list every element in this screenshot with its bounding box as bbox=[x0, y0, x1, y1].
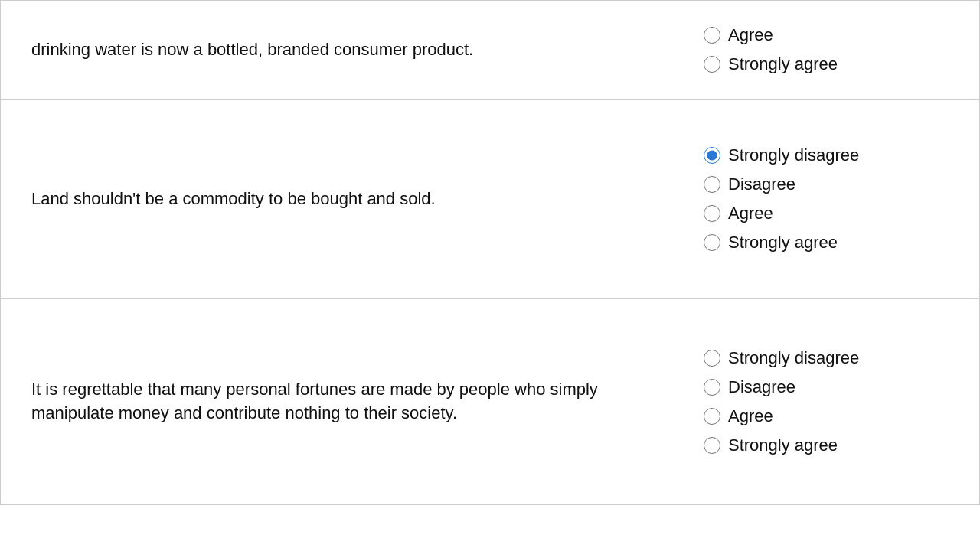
option-label-q1-agree: Agree bbox=[728, 25, 773, 45]
radio-q3-disagree[interactable] bbox=[704, 379, 720, 396]
radio-q1-strongly-agree[interactable] bbox=[704, 56, 720, 73]
option-label-q3-strongly-disagree: Strongly disagree bbox=[728, 348, 859, 368]
option-q2-agree[interactable]: Agree bbox=[704, 204, 773, 223]
radio-q2-strongly-disagree[interactable] bbox=[704, 147, 720, 164]
radio-q3-strongly-agree[interactable] bbox=[704, 437, 720, 454]
option-label-q3-strongly-agree: Strongly agree bbox=[728, 435, 838, 455]
question-block-2: Land shouldn't be a commodity to be boug… bbox=[0, 99, 980, 298]
option-label-q1-strongly-agree: Strongly agree bbox=[728, 54, 838, 74]
question-text-3: It is regrettable that many personal for… bbox=[31, 378, 704, 425]
radio-q2-disagree[interactable] bbox=[704, 176, 720, 193]
option-q2-strongly-agree[interactable]: Strongly agree bbox=[704, 233, 838, 253]
option-q2-disagree[interactable]: Disagree bbox=[704, 174, 795, 194]
survey-container: drinking water is now a bottled, branded… bbox=[0, 0, 980, 505]
option-q3-disagree[interactable]: Disagree bbox=[704, 377, 795, 397]
option-label-q2-disagree: Disagree bbox=[728, 174, 795, 194]
option-q3-agree[interactable]: Agree bbox=[704, 406, 773, 426]
radio-q2-strongly-agree[interactable] bbox=[704, 234, 720, 251]
options-group-3: Strongly disagree Disagree Agree Strongl… bbox=[704, 348, 949, 455]
options-group-1: Agree Strongly agree bbox=[704, 25, 949, 74]
option-label-q3-agree: Agree bbox=[728, 406, 773, 426]
radio-q3-agree[interactable] bbox=[704, 408, 720, 425]
question-text-1: drinking water is now a bottled, branded… bbox=[31, 38, 704, 62]
question-block-1: drinking water is now a bottled, branded… bbox=[0, 0, 980, 99]
options-group-2: Strongly disagree Disagree Agree Strongl… bbox=[704, 145, 949, 253]
option-q1-agree[interactable]: Agree bbox=[704, 25, 773, 45]
radio-q3-strongly-disagree[interactable] bbox=[704, 350, 720, 367]
option-q2-strongly-disagree[interactable]: Strongly disagree bbox=[704, 145, 859, 165]
radio-q1-agree[interactable] bbox=[704, 27, 720, 44]
question-text-2: Land shouldn't be a commodity to be boug… bbox=[31, 187, 704, 211]
option-label-q3-disagree: Disagree bbox=[728, 377, 795, 397]
option-q1-strongly-agree[interactable]: Strongly agree bbox=[704, 54, 838, 74]
question-block-3: It is regrettable that many personal for… bbox=[0, 298, 980, 505]
option-q3-strongly-disagree[interactable]: Strongly disagree bbox=[704, 348, 859, 368]
option-q3-strongly-agree[interactable]: Strongly agree bbox=[704, 435, 838, 455]
option-label-q2-strongly-disagree: Strongly disagree bbox=[728, 145, 859, 165]
option-label-q2-strongly-agree: Strongly agree bbox=[728, 233, 838, 253]
option-label-q2-agree: Agree bbox=[728, 204, 773, 223]
radio-q2-agree[interactable] bbox=[704, 205, 720, 222]
